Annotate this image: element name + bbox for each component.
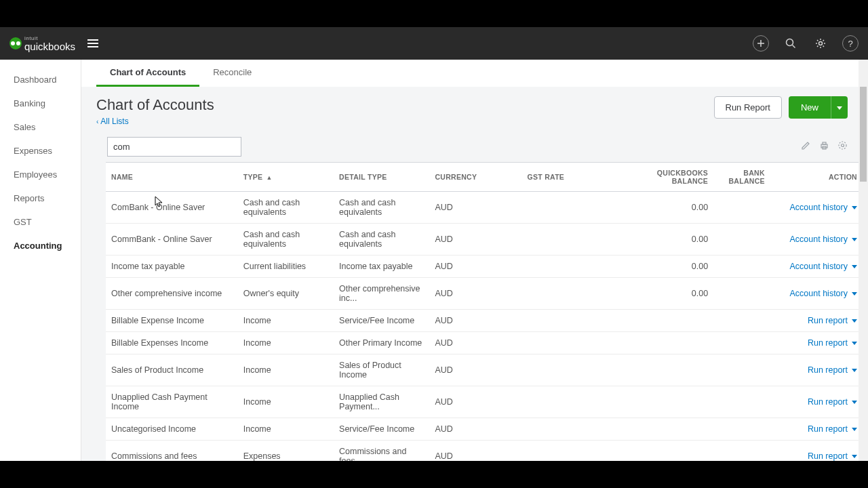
cell-gst (521, 192, 614, 224)
menu-toggle-icon[interactable] (87, 39, 98, 47)
scrollbar-thumb[interactable] (860, 87, 867, 182)
action-dropdown[interactable] (852, 424, 857, 434)
table-row: Other comprehensive incomeOwner's equity… (106, 278, 863, 310)
logo-text: intuit quickbooks (24, 36, 75, 52)
action-dropdown[interactable] (852, 203, 857, 212)
cell-name: CommBank - Online Saver (106, 224, 238, 256)
caret-down-icon (852, 342, 857, 345)
cell-qb: 0.00 (614, 278, 714, 310)
caret-down-icon (852, 428, 857, 431)
run-report-link[interactable]: Run report (808, 338, 848, 348)
svg-point-1 (819, 42, 823, 45)
sidebar-item-employees[interactable]: Employees (0, 163, 81, 186)
account-history-link[interactable]: Account history (790, 203, 848, 212)
action-dropdown[interactable] (852, 262, 857, 271)
cell-name: Commissions and fees (106, 441, 238, 462)
table-row: Uncategorised IncomeIncomeService/Fee In… (106, 418, 863, 441)
sidebar-item-reports[interactable]: Reports (0, 186, 81, 210)
caret-down-icon (852, 265, 857, 268)
cell-detail: Unapplied Cash Payment... (334, 386, 429, 418)
cell-bank (713, 441, 770, 462)
col-bank-balance[interactable]: BANK BALANCE (713, 163, 770, 192)
print-icon[interactable] (819, 140, 829, 153)
vertical-scrollbar[interactable] (859, 60, 868, 461)
new-button[interactable]: New (789, 96, 831, 119)
run-report-link[interactable]: Run report (808, 451, 848, 461)
table-scroll[interactable]: NAME TYPE ▲ DETAIL TYPE CURRENCY GST RAT… (81, 162, 868, 461)
cell-type: Expenses (238, 441, 334, 462)
cell-action: Run report (770, 332, 863, 354)
sidebar-item-banking[interactable]: Banking (0, 92, 81, 115)
action-dropdown[interactable] (852, 338, 857, 348)
sidebar-item-accounting[interactable]: Accounting (0, 234, 81, 258)
col-gst[interactable]: GST RATE (521, 163, 614, 192)
sidebar-item-gst[interactable]: GST (0, 210, 81, 234)
action-dropdown[interactable] (852, 397, 857, 407)
edit-icon[interactable] (801, 140, 811, 153)
account-history-link[interactable]: Account history (790, 289, 848, 298)
run-report-button[interactable]: Run Report (714, 96, 782, 119)
search-icon[interactable] (783, 35, 799, 52)
cell-qb: 0.00 (614, 192, 714, 224)
caret-down-icon (852, 292, 857, 296)
letterbox-top (0, 0, 868, 27)
cell-gst (521, 441, 614, 462)
new-button-group: New (789, 96, 848, 119)
breadcrumb-all-lists[interactable]: ‹ All Lists (96, 117, 214, 126)
accounts-table: NAME TYPE ▲ DETAIL TYPE CURRENCY GST RAT… (106, 162, 863, 461)
run-report-link[interactable]: Run report (808, 316, 848, 325)
col-type[interactable]: TYPE ▲ (238, 163, 334, 192)
app-root: intuit quickbooks ? DashboardBankingSale… (0, 27, 868, 461)
account-history-link[interactable]: Account history (790, 235, 848, 244)
tab-chart-of-accounts[interactable]: Chart of Accounts (96, 60, 199, 87)
topbar-right: ? (753, 35, 859, 52)
cell-bank (713, 192, 770, 224)
account-history-link[interactable]: Account history (790, 262, 848, 271)
sidebar-item-expenses[interactable]: Expenses (0, 139, 81, 163)
table-header-row: NAME TYPE ▲ DETAIL TYPE CURRENCY GST RAT… (106, 163, 863, 192)
sidebar-item-dashboard[interactable]: Dashboard (0, 68, 81, 92)
create-icon[interactable] (753, 35, 769, 52)
cell-bank (713, 256, 770, 278)
cell-currency: AUD (429, 192, 521, 224)
new-button-dropdown[interactable] (831, 96, 848, 119)
action-dropdown[interactable] (852, 235, 857, 244)
action-dropdown[interactable] (852, 365, 857, 375)
cell-name: Billable Expenses Income (106, 332, 238, 354)
table-row: Income tax payableCurrent liabilitiesInc… (106, 256, 863, 278)
col-qb-balance[interactable]: QUICKBOOKS BALANCE (614, 163, 714, 192)
col-detail[interactable]: DETAIL TYPE (334, 163, 429, 192)
sidebar-item-sales[interactable]: Sales (0, 115, 81, 139)
table-row: ComBank - Online SaverCash and cash equi… (106, 192, 863, 224)
action-dropdown[interactable] (852, 289, 857, 298)
run-report-link[interactable]: Run report (808, 365, 848, 375)
tab-reconcile[interactable]: Reconcile (199, 60, 265, 87)
cell-qb (614, 354, 714, 386)
run-report-link[interactable]: Run report (808, 397, 848, 407)
cell-gst (521, 310, 614, 332)
gear-icon[interactable] (812, 35, 829, 52)
sort-asc-icon: ▲ (267, 174, 273, 181)
col-currency[interactable]: CURRENCY (429, 163, 521, 192)
cell-currency: AUD (429, 224, 521, 256)
action-dropdown[interactable] (852, 316, 857, 325)
caret-down-icon (852, 206, 857, 209)
cell-bank (713, 278, 770, 310)
cell-gst (521, 278, 614, 310)
sidebar: DashboardBankingSalesExpensesEmployeesRe… (0, 60, 81, 461)
table-row: CommBank - Online SaverCash and cash equ… (106, 224, 863, 256)
table-tools (801, 140, 848, 153)
settings-icon[interactable] (837, 140, 848, 153)
cell-currency: AUD (429, 256, 521, 278)
filter-input[interactable] (107, 137, 241, 157)
toolbar-row (81, 130, 868, 162)
logo[interactable]: intuit quickbooks (9, 36, 75, 52)
col-name[interactable]: NAME (106, 163, 238, 192)
action-dropdown[interactable] (852, 451, 857, 461)
cell-bank (713, 224, 770, 256)
letterbox-bottom (0, 461, 868, 488)
run-report-link[interactable]: Run report (808, 424, 848, 434)
help-icon[interactable]: ? (842, 35, 859, 52)
cell-action: Run report (770, 310, 863, 332)
body: DashboardBankingSalesExpensesEmployeesRe… (0, 60, 868, 461)
